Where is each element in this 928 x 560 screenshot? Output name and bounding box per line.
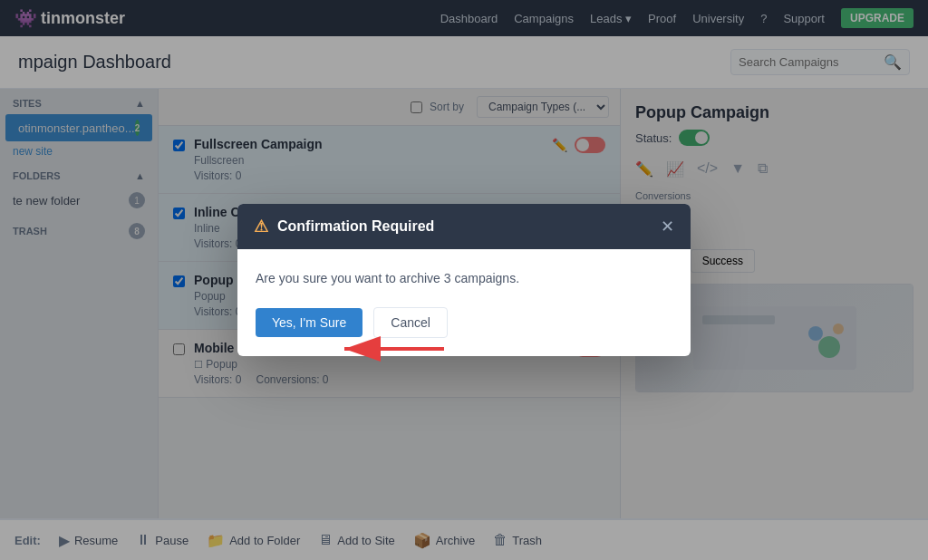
modal-close-button[interactable]: ✕	[661, 217, 674, 237]
arrow-pointer	[326, 322, 453, 376]
modal-title: Confirmation Required	[277, 218, 434, 235]
modal-body: Are you sure you want to archive 3 campa…	[237, 249, 691, 307]
modal-footer: Yes, I'm Sure Cancel	[237, 307, 691, 356]
modal-overlay: ⚠ Confirmation Required ✕ Are you sure y…	[0, 0, 928, 560]
modal-header: ⚠ Confirmation Required ✕	[237, 204, 691, 249]
confirmation-modal: ⚠ Confirmation Required ✕ Are you sure y…	[237, 204, 691, 356]
modal-title-container: ⚠ Confirmation Required	[254, 217, 434, 237]
warning-icon: ⚠	[254, 217, 268, 237]
modal-message: Are you sure you want to archive 3 campa…	[256, 271, 519, 285]
